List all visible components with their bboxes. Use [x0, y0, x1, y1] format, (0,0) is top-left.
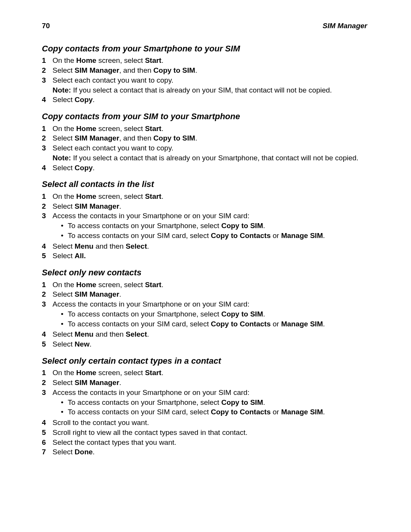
section-heading: Select all contacts in the list	[42, 179, 367, 190]
step-text: Select Menu and then Select.	[53, 330, 367, 339]
step-item: 3 Access the contacts in your Smartphone…	[42, 300, 367, 329]
step-item: 4Scroll to the contact you want.	[42, 418, 367, 427]
note-label: Note:	[53, 86, 73, 95]
step-item: 3 Access the contacts in your Smartphone…	[42, 211, 367, 241]
step-item: 6Select the contact types that you want.	[42, 438, 367, 447]
bullet-item: •To access contacts on your Smartphone, …	[61, 221, 367, 230]
step-list: 1On the Home screen, select Start. 2Sele…	[42, 368, 367, 457]
step-text: Select Copy.	[53, 163, 367, 173]
step-text: Select Menu and then Select.	[53, 242, 367, 251]
step-text: Select SIM Manager, and then Copy to SIM…	[53, 134, 367, 143]
step-text: Select SIM Manager.	[53, 202, 367, 211]
step-list: 1On the Home screen, select Start. 2Sele…	[42, 56, 367, 104]
step-text: Select Copy.	[53, 95, 367, 104]
step-text: On the Home screen, select Start.	[53, 368, 367, 377]
step-item: 7Select Done.	[42, 447, 367, 457]
step-item: 2Select SIM Manager, and then Copy to SI…	[42, 134, 367, 143]
step-text: Select SIM Manager, and then Copy to SIM…	[53, 66, 367, 75]
step-item: 2Select SIM Manager.	[42, 202, 367, 211]
step-text: On the Home screen, select Start.	[53, 124, 367, 133]
section-heading: Copy contacts from your SIM to your Smar…	[42, 111, 367, 122]
step-item: 5Select All.	[42, 251, 367, 260]
manual-page: 70 SIM Manager Copy contacts from your S…	[0, 0, 411, 532]
step-item: 1On the Home screen, select Start.	[42, 280, 367, 289]
note: Note: If you select a contact that is al…	[53, 153, 367, 163]
step-text: Select New.	[53, 340, 367, 349]
step-text: Select Done.	[53, 447, 367, 457]
note-text: If you select a contact that is already …	[73, 153, 367, 163]
step-text: Select each contact you want to copy. No…	[53, 144, 367, 163]
page-number: 70	[42, 21, 50, 30]
step-item: 3 Select each contact you want to copy. …	[42, 144, 367, 163]
step-item: 3 Access the contacts in your Smartphone…	[42, 388, 367, 417]
step-item: 4Select Copy.	[42, 163, 367, 173]
bullet-list: •To access contacts on your Smartphone, …	[61, 310, 367, 329]
step-text: Select All.	[53, 251, 367, 260]
step-item: 1On the Home screen, select Start.	[42, 124, 367, 133]
step-text: On the Home screen, select Start.	[53, 56, 367, 65]
bullet-item: •To access contacts on your SIM card, se…	[61, 320, 367, 329]
step-item: 1On the Home screen, select Start.	[42, 368, 367, 377]
bullet-item: •To access contacts on your Smartphone, …	[61, 310, 367, 319]
step-item: 4Select Copy.	[42, 95, 367, 104]
section-heading: Select only certain contact types in a c…	[42, 356, 367, 366]
bullet-item: •To access contacts on your SIM card, se…	[61, 231, 367, 240]
step-list: 1On the Home screen, select Start. 2Sele…	[42, 192, 367, 260]
bullet-list: •To access contacts on your Smartphone, …	[61, 398, 367, 417]
note-label: Note:	[53, 153, 73, 163]
step-item: 1On the Home screen, select Start.	[42, 192, 367, 201]
step-item: 2Select SIM Manager.	[42, 378, 367, 387]
step-text: Access the contacts in your Smartphone o…	[53, 388, 367, 417]
section-heading: Copy contacts from your Smartphone to yo…	[42, 43, 367, 54]
running-head: 70 SIM Manager	[42, 21, 367, 30]
bullet-item: •To access contacts on your SIM card, se…	[61, 407, 367, 417]
step-item: 5Scroll right to view all the contact ty…	[42, 428, 367, 437]
step-item: 4Select Menu and then Select.	[42, 242, 367, 251]
step-text: On the Home screen, select Start.	[53, 192, 367, 201]
section-heading: Select only new contacts	[42, 267, 367, 278]
step-list: 1On the Home screen, select Start. 2Sele…	[42, 280, 367, 349]
step-text: Select SIM Manager.	[53, 290, 367, 299]
step-text: Select SIM Manager.	[53, 378, 367, 387]
bullet-list: •To access contacts on your Smartphone, …	[61, 221, 367, 240]
step-text: Select the contact types that you want.	[53, 438, 367, 447]
step-list: 1On the Home screen, select Start. 2Sele…	[42, 124, 367, 173]
step-text: Scroll right to view all the contact typ…	[53, 428, 367, 437]
note-text: If you select a contact that is already …	[73, 86, 367, 95]
step-item: 3 Select each contact you want to copy. …	[42, 76, 367, 95]
step-item: 2Select SIM Manager, and then Copy to SI…	[42, 66, 367, 75]
chapter-title: SIM Manager	[323, 21, 367, 30]
bullet-item: •To access contacts on your Smartphone, …	[61, 398, 367, 407]
step-text: Access the contacts in your Smartphone o…	[53, 211, 367, 241]
step-text: Access the contacts in your Smartphone o…	[53, 300, 367, 329]
step-text: On the Home screen, select Start.	[53, 280, 367, 289]
step-item: 5Select New.	[42, 340, 367, 349]
step-item: 1On the Home screen, select Start.	[42, 56, 367, 65]
step-item: 2Select SIM Manager.	[42, 290, 367, 299]
step-item: 4Select Menu and then Select.	[42, 330, 367, 339]
step-text: Scroll to the contact you want.	[53, 418, 367, 427]
note: Note: If you select a contact that is al…	[53, 86, 367, 95]
step-text: Select each contact you want to copy. No…	[53, 76, 367, 95]
